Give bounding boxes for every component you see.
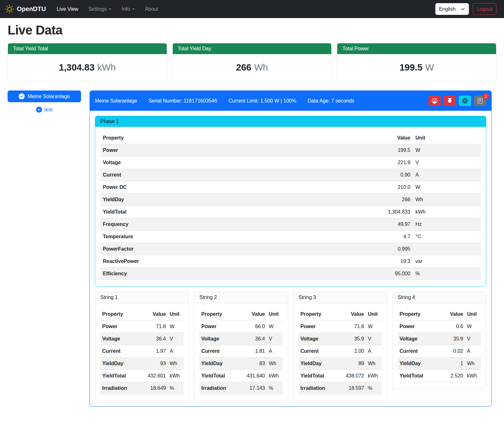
table-row: Voltage36.4V	[100, 333, 184, 345]
unit-cell: kWh	[413, 206, 481, 218]
unit-cell: %	[267, 382, 283, 395]
value-cell: 35.9	[439, 333, 465, 345]
table-row: Voltage35.9V	[299, 333, 382, 345]
value-cell: 36.4	[138, 333, 168, 345]
nav-item-settings[interactable]: Settings	[83, 4, 116, 15]
property-cell: Current	[398, 345, 439, 358]
unit-cell: kWh	[267, 370, 283, 382]
nav-item-label: Live View	[57, 6, 78, 12]
table-row: YieldDay266Wh	[100, 194, 481, 206]
value-cell: 0.995	[287, 243, 413, 255]
string-card: String 3 Property Value Unit Power71.6WV…	[293, 292, 387, 401]
property-cell: Irradiation	[100, 382, 138, 395]
summary-card-value: 266	[236, 62, 251, 72]
table-header-row: Property Value Unit	[299, 308, 382, 321]
summary-card-unit: W	[425, 62, 434, 72]
table-row: Efficiency95.000%	[100, 268, 481, 280]
event-log-button[interactable]: 2	[474, 96, 486, 106]
table-row: YieldTotal432.601kWh	[100, 370, 184, 382]
summary-card-title: Total Yield Total	[8, 43, 167, 54]
logout-button[interactable]: Logout	[473, 3, 496, 15]
property-cell: Power	[100, 321, 138, 333]
summary-card-title: Total Power	[337, 43, 496, 54]
string-card-title: String 4	[393, 292, 486, 303]
language-select[interactable]: English	[435, 3, 469, 15]
nav-item-live-view[interactable]: Live View	[52, 4, 83, 15]
limit-settings-button[interactable]	[428, 96, 441, 106]
string-table: Property Value Unit Power66.0WVoltage36.…	[199, 308, 283, 395]
nav-item-info[interactable]: Info	[116, 4, 140, 15]
unit-cell: A	[168, 345, 184, 358]
property-cell: Current	[100, 345, 138, 358]
string-card-body: Property Value Unit Power66.0WVoltage36.…	[194, 303, 288, 401]
inverter-link-test[interactable]: test	[8, 107, 81, 113]
value-cell: 1.81	[237, 345, 267, 358]
inverter-selector: Meine Solaranlage test	[8, 90, 81, 113]
column-header-value: Value	[337, 308, 366, 321]
property-cell: YieldTotal	[100, 370, 138, 382]
table-row: Voltage35.9V	[398, 333, 481, 345]
string-table: Property Value Unit Power71.8WVoltage36.…	[100, 308, 184, 395]
inverter-data-age: Data Age: 7 seconds	[308, 98, 354, 104]
unit-cell: %	[366, 382, 382, 395]
value-cell: 71.8	[138, 321, 168, 333]
table-row: Voltage221.9V	[100, 157, 481, 169]
device-info-button[interactable]	[459, 96, 471, 106]
string-card: String 1 Property Value Unit Power71.8WV…	[95, 292, 189, 401]
power-settings-button[interactable]	[444, 96, 456, 106]
string-card-body: Property Value Unit Power71.8WVoltage36.…	[95, 303, 189, 401]
unit-cell: W	[168, 321, 184, 333]
summary-card-total-yield-day: Total Yield Day 266Wh	[172, 43, 332, 81]
unit-cell: Wh	[465, 358, 481, 370]
unit-cell: W	[267, 321, 283, 333]
property-cell: YieldTotal	[299, 370, 337, 382]
unit-cell: kWh	[366, 370, 382, 382]
column-header-value: Value	[237, 308, 267, 321]
unit-cell: W	[465, 321, 481, 333]
inverter-panel-titles: Meine Solaranlage Serial Number: 1161716…	[95, 98, 428, 104]
property-cell: Power	[100, 144, 287, 157]
value-cell: 432.601	[138, 370, 168, 382]
column-header-value: Value	[439, 308, 465, 321]
property-cell: YieldDay	[299, 358, 337, 370]
property-cell: Temperature	[100, 231, 287, 243]
nav-item-about[interactable]: About	[140, 4, 163, 15]
brand[interactable]: OpenDTU	[5, 5, 46, 14]
string-card-title: String 1	[95, 292, 189, 303]
x-circle-icon	[36, 107, 42, 113]
string-card-title: String 2	[194, 292, 288, 303]
value-cell: 18.649	[138, 382, 168, 395]
table-header-row: Property Value Unit	[100, 308, 184, 321]
value-cell: 199.5	[287, 144, 413, 157]
summary-card-unit: kWh	[97, 62, 116, 72]
property-cell: PowerFactor	[100, 243, 287, 255]
unit-cell: V	[413, 157, 481, 169]
value-cell: 210.0	[287, 181, 413, 194]
table-row: YieldTotal1,304.833kWh	[100, 206, 481, 218]
value-cell: 93	[138, 358, 168, 370]
table-row: Irradiation17.143%	[199, 382, 283, 395]
unit-cell: W	[413, 144, 481, 157]
property-cell: Voltage	[100, 157, 287, 169]
phase-table: Property Value Unit Power199.5WVoltage22…	[100, 132, 481, 280]
table-row: YieldDay93Wh	[100, 358, 184, 370]
chevron-down-icon	[461, 7, 465, 11]
unit-cell: kWh	[168, 370, 184, 382]
unit-cell: V	[366, 333, 382, 345]
property-cell: Power	[199, 321, 237, 333]
phase-card-body: Property Value Unit Power199.5WVoltage22…	[95, 127, 486, 286]
value-cell: 1,304.833	[287, 206, 413, 218]
unit-cell: Wh	[168, 358, 184, 370]
unit-cell: A	[366, 345, 382, 358]
unit-cell: V	[168, 333, 184, 345]
inverter-button-selected[interactable]: Meine Solaranlage	[8, 90, 81, 102]
unit-cell: A	[465, 345, 481, 358]
column-header-property: Property	[199, 308, 237, 321]
property-cell: YieldTotal	[199, 370, 237, 382]
inverter-panel-header: Meine Solaranlage Serial Number: 1161716…	[90, 91, 491, 111]
inverter-limit: Current Limit: 1,500 W | 100%	[228, 98, 296, 104]
table-row: Current0.90A	[100, 169, 481, 181]
value-cell: 49.97	[287, 218, 413, 231]
column-header-unit: Unit	[413, 132, 481, 144]
value-cell: 17.143	[237, 382, 267, 395]
